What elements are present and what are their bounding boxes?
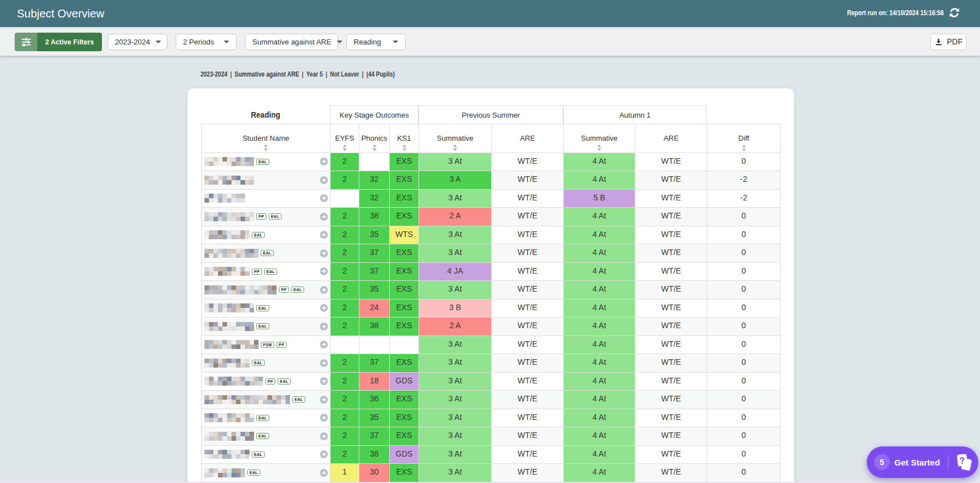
svg-text:?: ? bbox=[959, 455, 965, 466]
